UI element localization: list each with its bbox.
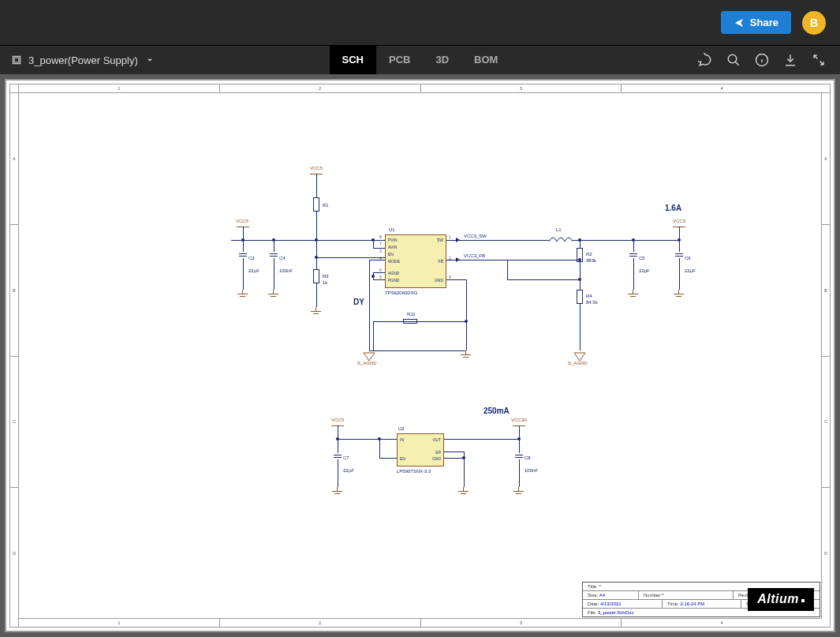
wire (373, 321, 374, 350)
gnd-icon (674, 290, 685, 299)
current-label-1: 1.6A (665, 204, 681, 212)
sheet-dropdown[interactable]: 3_power(Power Supply) (11, 54, 155, 66)
net-s-agnd-l: S_AGND (357, 361, 377, 365)
pin: EP (435, 450, 441, 455)
wire (573, 240, 679, 241)
junction (371, 238, 375, 242)
wire (373, 279, 385, 280)
pin: FB (439, 259, 443, 264)
tab-sch[interactable]: SCH (330, 46, 376, 75)
wire (444, 458, 464, 459)
ruler-bottom: 1234 (18, 619, 822, 627)
inductor-l1 (549, 234, 573, 249)
gnd-icon (628, 290, 639, 299)
wire (580, 262, 581, 290)
wire (231, 240, 385, 241)
gnd-icon (332, 487, 343, 496)
wire (316, 257, 317, 269)
pin: AGND (388, 271, 399, 275)
net-arrow (456, 257, 460, 262)
ruler-left: ABCD (10, 92, 18, 619)
pin: MODE (388, 259, 400, 264)
net-vcc3: VCC3 (673, 219, 685, 223)
val-c4: 100nF (279, 268, 293, 273)
val-c6: 22µF (685, 268, 696, 273)
wire (507, 260, 508, 279)
resistor-r1 (313, 197, 319, 212)
wire (633, 240, 634, 252)
ic-u1: PVIN AVIN EN MODE AGND PGND SW FB GND (385, 234, 446, 288)
wire (679, 240, 680, 252)
ref-u2: U2 (398, 426, 405, 431)
wire (369, 260, 385, 260)
val-c3: 22µF (248, 268, 259, 273)
avatar[interactable]: B (802, 11, 826, 35)
capacitor-c4 (270, 252, 278, 258)
sheet-inner-border (18, 92, 822, 619)
pin: SW (437, 238, 443, 242)
share-button[interactable]: Share (721, 11, 791, 34)
net-vcc3-fb: VCC3_FB (464, 253, 485, 258)
svg-point-2 (728, 54, 737, 63)
ref-r3: R3 (323, 274, 329, 279)
search-icon[interactable] (726, 53, 741, 67)
canvas-viewport[interactable]: 1234 1234 ABCD ABCD 1.6A DY VCC5 C3 22µF… (0, 74, 840, 637)
net-vcc3a: VCC3A (511, 418, 527, 422)
tab-pcb[interactable]: PCB (376, 46, 423, 75)
ref-r4: R4 (586, 294, 592, 298)
current-label-2: 250mA (483, 407, 510, 415)
pin: GND (432, 456, 441, 461)
gnd-icon (268, 290, 279, 299)
wire (580, 240, 581, 248)
dy-label: DY (353, 298, 364, 306)
resistor-r3 (313, 269, 319, 283)
wire (446, 240, 549, 241)
wire (466, 279, 467, 350)
info-icon[interactable] (755, 53, 769, 67)
wire (444, 439, 519, 440)
ref-c6: C6 (685, 256, 691, 260)
ref-c4: C4 (279, 256, 286, 260)
wire (379, 458, 397, 459)
pin: PGND (388, 278, 399, 283)
gnd-icon (458, 487, 469, 496)
wire (243, 240, 244, 252)
gnd-icon (513, 487, 525, 496)
net-vcc5-top: VCC5 (310, 166, 323, 170)
sheet-outer-border: 1234 1234 ABCD ABCD 1.6A DY VCC5 C3 22µF… (5, 79, 835, 632)
net-arrow (456, 238, 460, 242)
gnd-icon (461, 350, 472, 360)
capacitor-c3 (239, 252, 247, 258)
wire (507, 279, 580, 280)
junction (578, 258, 581, 261)
ref-c7: C7 (343, 455, 349, 460)
toolbar-right (698, 53, 826, 67)
capacitor-c5 (629, 252, 637, 258)
wire (444, 452, 464, 452)
pin: GND (435, 278, 443, 283)
altium-logo: Altium (748, 588, 814, 611)
ref-u1: U1 (389, 227, 395, 232)
gnd-icon (311, 307, 322, 317)
val-c5: 22pF (639, 268, 650, 273)
pin: IN (400, 437, 404, 442)
view-tabs: SCH PCB 3D BOM (330, 46, 511, 75)
wire (338, 439, 397, 440)
ref-c3: C3 (248, 256, 255, 260)
resistor-r4 (577, 290, 583, 304)
comments-icon[interactable] (698, 53, 712, 67)
wire (633, 258, 634, 290)
tab-bar: 3_power(Power Supply) SCH PCB 3D BOM (0, 45, 840, 74)
wire (373, 321, 400, 322)
tab-bom[interactable]: BOM (461, 46, 510, 75)
pin: EN (388, 252, 394, 257)
wire (446, 279, 466, 280)
pinnum: 1 (449, 234, 451, 239)
val-c7: 22µF (343, 468, 354, 473)
fullscreen-icon[interactable] (812, 53, 826, 67)
tab-3d[interactable]: 3D (423, 46, 461, 75)
wire (369, 260, 370, 350)
junction (462, 456, 465, 459)
pin: OUT (432, 437, 441, 442)
download-icon[interactable] (783, 53, 797, 67)
